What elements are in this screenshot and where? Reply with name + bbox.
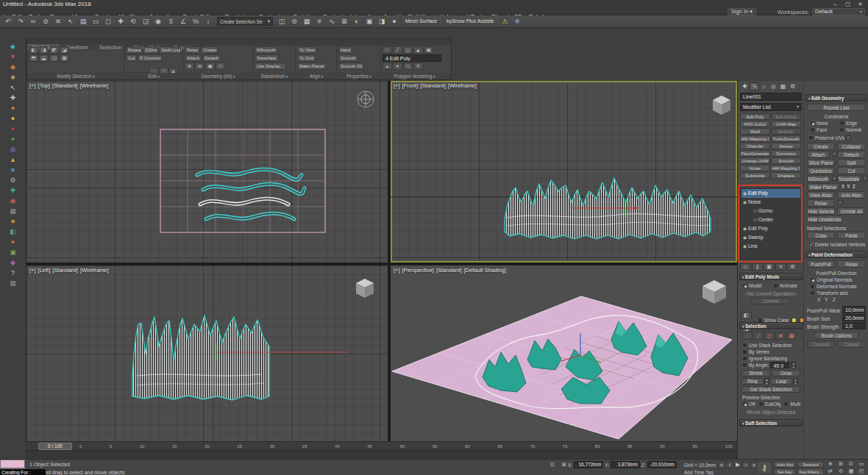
section-label-polygon-modeling[interactable]: Polygon Modeling <box>381 73 448 79</box>
warning-icon[interactable]: ⚠ <box>499 16 511 26</box>
animate-radio[interactable]: Animate <box>773 282 797 289</box>
orbit-icon[interactable]: ⟲ <box>836 468 846 475</box>
get-stack-selection-button[interactable]: Get Stack Selection <box>741 386 800 393</box>
left-toolbar-icon[interactable]: ■ <box>7 72 19 82</box>
p-connect-button[interactable]: P Connect <box>138 54 163 62</box>
cut-button[interactable]: Cut <box>126 54 137 62</box>
go-to-start-button[interactable]: « <box>718 461 725 468</box>
modifier-set-button[interactable]: HW Mapping Clear <box>771 165 801 171</box>
close-button[interactable]: ✕ <box>854 0 867 8</box>
viewport-pov-menu[interactable]: [Perspective] <box>402 267 434 274</box>
section-label-align[interactable]: Align <box>296 73 337 79</box>
paint-axis-x-radio[interactable]: X <box>817 296 820 303</box>
modifier-stack-item[interactable]: Noise <box>741 198 800 207</box>
curve-editor-icon[interactable]: ∿ <box>326 16 338 26</box>
viewport-shading-menu[interactable]: [Wireframe] <box>79 82 108 89</box>
spinner-snap-icon[interactable]: ↕ <box>202 16 214 26</box>
left-toolbar-icon[interactable]: ◆ <box>7 62 19 71</box>
left-toolbar-icon[interactable]: ⚙ <box>7 175 19 185</box>
msmooth-settings-icon[interactable] <box>832 176 837 181</box>
left-toolbar-icon[interactable]: ? <box>7 268 19 277</box>
geometry-tool-icon[interactable]: ⊕ <box>185 63 194 70</box>
y-coordinate-field[interactable]: 3,873mm <box>611 461 640 468</box>
constraint-face-radio[interactable]: Face <box>810 126 827 133</box>
track-bar[interactable] <box>26 450 737 459</box>
modifier-stack-item[interactable]: Gizmo <box>741 207 800 215</box>
schematic-view-icon[interactable]: ⊞ <box>338 16 350 26</box>
viewport-left[interactable]: [+][Left][Standard][Wireframe] <box>26 265 388 441</box>
modify-selection-tool-icon[interactable]: ◧ <box>29 46 38 54</box>
paint-deformation-rollout-header[interactable]: Paint Deformation <box>805 251 867 258</box>
bind-to-space-warp-icon[interactable]: ≋ <box>52 16 64 26</box>
key-filters-button[interactable]: Key Filters... <box>797 468 824 475</box>
x-coordinate-field[interactable]: 16,772mm <box>574 461 603 468</box>
edit-poly-mode-rollout-header[interactable]: Edit Poly Mode <box>739 273 803 280</box>
use-stack-selection-checkbox[interactable]: Use Stack Selection <box>742 342 791 349</box>
paste-button[interactable]: Paste <box>837 232 866 239</box>
cut-button[interactable]: Cut <box>837 167 866 174</box>
modify-selection-tool-icon[interactable]: ▦ <box>60 54 69 62</box>
left-toolbar-icon[interactable]: ● <box>7 134 19 143</box>
modify-selection-tool-icon[interactable]: ◪ <box>60 46 69 54</box>
render-production-icon[interactable]: ● <box>388 16 400 26</box>
viewport-general-menu[interactable]: [+] <box>394 267 400 274</box>
edge-subobject-icon[interactable]: ╱ <box>753 332 764 340</box>
hide-unselected-button[interactable]: Hide Unselected <box>807 215 842 223</box>
make-unique-icon[interactable]: ▣ <box>764 263 775 271</box>
make-planar-z-button[interactable]: Z <box>852 183 856 190</box>
geometry-tool-icon[interactable]: ◇ <box>216 63 225 70</box>
soft-selection-rollout-header[interactable]: Soft Selection <box>739 419 803 426</box>
align-icon[interactable]: ⊜ <box>288 16 300 26</box>
geometry-tool-icon[interactable]: ⊗ <box>195 63 204 70</box>
section-label-geometry[interactable]: Geometry (All) <box>183 73 253 79</box>
relax-settings-icon[interactable] <box>838 200 843 205</box>
modify-selection-tool-icon[interactable]: ◫ <box>49 54 59 62</box>
paint-relax-button[interactable]: Relax <box>837 260 866 268</box>
transform-axis-radio[interactable]: Transform axis <box>810 290 848 296</box>
left-toolbar-icon[interactable]: ▦ <box>7 206 19 215</box>
left-toolbar-icon[interactable]: ✚ <box>7 93 19 102</box>
paint-cancel-button[interactable]: Cancel <box>837 340 866 348</box>
by-vertex-checkbox[interactable]: By Vertex <box>742 349 769 355</box>
modifier-set-button[interactable]: Symmetry <box>771 150 801 157</box>
stack-nav-icon[interactable]: ◇ <box>403 63 413 70</box>
named-selection-sets-dropdown[interactable]: Create Selection Se▾ <box>217 17 273 26</box>
original-normals-radio[interactable]: Original Normals <box>810 276 852 283</box>
angle-snap-icon[interactable]: ∠ <box>177 16 189 26</box>
smooth-edges-button[interactable]: Smooth <box>338 54 358 62</box>
modify-selection-tool-icon[interactable]: ◩ <box>49 46 59 54</box>
left-toolbar-icon[interactable]: ● <box>7 103 19 113</box>
minimize-button[interactable]: – <box>829 0 842 8</box>
zoom-all-icon[interactable]: ⊞ <box>836 460 846 468</box>
mesh-surface-button[interactable]: Mesh Surface <box>401 16 441 26</box>
maximize-viewport-toggle-icon[interactable]: ◰ <box>856 468 867 475</box>
stack-nav-icon[interactable]: ✕ <box>413 63 423 70</box>
window-crossing-icon[interactable]: ◻ <box>102 16 114 26</box>
split-button[interactable]: Split <box>837 159 866 166</box>
left-toolbar-icon[interactable]: ↖ <box>7 82 19 92</box>
polygon-subobject-icon[interactable]: ■ <box>775 332 786 340</box>
viewport-general-menu[interactable]: [+] <box>29 267 36 274</box>
grow-button[interactable]: Grow <box>772 370 800 376</box>
select-and-move-icon[interactable]: ✚ <box>115 16 127 26</box>
selection-rollout-header[interactable]: Selection <box>739 322 803 329</box>
modifier-set-button[interactable]: Edit Spline <box>771 113 801 120</box>
left-toolbar-icon[interactable]: ◉ <box>7 196 19 205</box>
skysnow-assistant-button[interactable]: kySnow Plus Assiste <box>442 16 498 26</box>
zoom-region-icon[interactable]: ▭ <box>856 460 867 468</box>
mirror-icon[interactable]: ◫ <box>276 16 288 26</box>
constraint-normal-radio[interactable]: Normal <box>839 126 861 133</box>
constraint-icon[interactable]: · <box>149 68 159 74</box>
configure-modifier-sets-icon[interactable]: ⚙ <box>787 263 798 271</box>
viewport-general-menu[interactable]: [+] <box>29 82 36 89</box>
left-toolbar-icon[interactable]: ● <box>7 124 19 133</box>
viewport-general-menu[interactable]: [+] <box>394 82 400 89</box>
left-toolbar-icon[interactable]: ▲ <box>7 154 19 164</box>
material-editor-icon[interactable]: ◐ <box>351 16 363 26</box>
subobject-level-icon[interactable]: ■ <box>413 46 423 54</box>
show-end-result-icon[interactable]: ∥ <box>752 263 763 271</box>
preview-off-radio[interactable]: Off <box>742 401 755 407</box>
make-planar-y-button[interactable]: Y <box>846 183 850 190</box>
modifier-set-button[interactable]: Displace <box>771 172 801 179</box>
spinner-icon[interactable]: ▴▾ <box>764 378 769 385</box>
